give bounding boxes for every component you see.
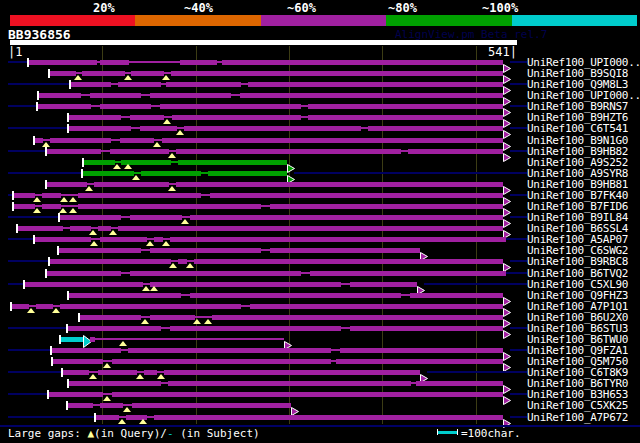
alignment-bar-segment[interactable] xyxy=(250,304,503,309)
alignment-bar-segment[interactable] xyxy=(112,359,331,364)
alignment-bar-segment[interactable] xyxy=(310,271,506,276)
alignment-bar-segment[interactable] xyxy=(350,282,417,287)
alignment-bar-segment[interactable] xyxy=(100,403,123,408)
alignment-bar-segment[interactable] xyxy=(130,215,182,220)
alignment-bar-segment[interactable] xyxy=(270,248,420,253)
alignment-bar-segment[interactable] xyxy=(190,293,401,298)
alignment-bar-segment[interactable] xyxy=(150,282,341,287)
alignment-bar-segment[interactable] xyxy=(336,359,503,364)
alignment-bar-segment[interactable] xyxy=(24,282,143,287)
alignment-bar-segment[interactable] xyxy=(118,82,161,87)
alignment-bar-segment[interactable] xyxy=(94,182,169,187)
alignment-bar-segment[interactable] xyxy=(180,60,217,65)
alignment-bar-segment[interactable] xyxy=(128,348,331,353)
alignment-bar-segment[interactable] xyxy=(68,293,181,298)
alignment-bar-segment[interactable] xyxy=(110,149,169,154)
alignment-bar-segment[interactable] xyxy=(98,370,137,375)
alignment-bar-segment[interactable] xyxy=(100,237,147,242)
alignment-bar-segment[interactable] xyxy=(51,348,121,353)
alignment-bar-segment[interactable] xyxy=(52,359,103,364)
alignment-bar-segment[interactable] xyxy=(416,381,503,386)
alignment-bar-segment[interactable] xyxy=(58,248,141,253)
alignment-bar-segment[interactable] xyxy=(70,82,111,87)
alignment-bar-segment[interactable] xyxy=(172,115,301,120)
alignment-bar-segment[interactable] xyxy=(68,126,131,131)
alignment-bar-segment[interactable] xyxy=(46,149,101,154)
alignment-bar-segment[interactable] xyxy=(83,160,115,165)
alignment-bar-segment[interactable] xyxy=(150,248,261,253)
alignment-bar-segment[interactable] xyxy=(176,149,401,154)
alignment-bar-segment[interactable] xyxy=(68,115,121,120)
alignment-bar-segment[interactable] xyxy=(144,370,157,375)
alignment-bar-segment[interactable] xyxy=(131,71,164,76)
alignment-bar-segment[interactable] xyxy=(68,381,161,386)
alignment-bar-segment[interactable] xyxy=(48,392,103,397)
alignment-bar-segment[interactable] xyxy=(190,215,503,220)
alignment-bar-segment[interactable] xyxy=(67,326,161,331)
alignment-bar[interactable] xyxy=(90,338,284,340)
hit-label[interactable]: UniRef100_C6T541 xyxy=(527,123,628,134)
alignment-bar-segment[interactable] xyxy=(170,237,506,242)
alignment-bar-segment[interactable] xyxy=(100,104,151,109)
alignment-bar-segment[interactable] xyxy=(150,93,231,98)
alignment-bar-segment[interactable] xyxy=(408,149,503,154)
alignment-bar-segment[interactable] xyxy=(90,337,95,342)
alignment-bar-segment[interactable] xyxy=(49,259,171,264)
alignment-bar-segment[interactable] xyxy=(350,326,503,331)
alignment-bar-segment[interactable] xyxy=(164,370,420,375)
alignment-bar-segment[interactable] xyxy=(184,126,361,131)
alignment-bar-segment[interactable] xyxy=(46,182,87,187)
alignment-bar-segment[interactable] xyxy=(95,415,119,420)
alignment-bar-segment[interactable] xyxy=(171,71,503,76)
alignment-bar-segment[interactable] xyxy=(100,60,129,65)
alignment-bar-segment[interactable] xyxy=(368,126,503,131)
alignment-bar-segment[interactable] xyxy=(17,226,63,231)
alignment-bar-segment[interactable] xyxy=(154,415,503,420)
alignment-bar-segment[interactable] xyxy=(150,315,195,320)
alignment-bar-segment[interactable] xyxy=(160,104,301,109)
alignment-bar-segment[interactable] xyxy=(178,160,287,165)
hit-label[interactable]: UniRef100_B9RBC8 xyxy=(527,256,628,267)
alignment-bar-segment[interactable] xyxy=(308,115,503,120)
alignment-bar-segment[interactable] xyxy=(340,348,503,353)
alignment-bar-segment[interactable] xyxy=(410,293,503,298)
alignment-bar-segment[interactable] xyxy=(141,171,201,176)
alignment-bar-segment[interactable] xyxy=(166,82,241,87)
hit-label[interactable]: UniRef100_C5XK25 xyxy=(527,400,628,411)
alignment-bar-segment[interactable] xyxy=(49,71,76,76)
alignment-bar-segment[interactable] xyxy=(270,204,503,209)
alignment-bar-segment[interactable] xyxy=(13,193,35,198)
alignment-bar-segment[interactable] xyxy=(37,104,91,109)
alignment-bar-segment[interactable] xyxy=(78,193,201,198)
alignment-bar-segment[interactable] xyxy=(90,93,141,98)
alignment-bar-segment[interactable] xyxy=(112,392,503,397)
alignment-bar-segment[interactable] xyxy=(60,304,241,309)
alignment-bar-segment[interactable] xyxy=(170,326,341,331)
alignment-bar-segment[interactable] xyxy=(130,115,164,120)
hit-label[interactable]: UniRef100_A7P672 xyxy=(527,412,628,423)
alignment-bar-segment[interactable] xyxy=(248,82,503,87)
alignment-bar-segment[interactable] xyxy=(13,204,35,209)
alignment-bar-segment[interactable] xyxy=(176,182,503,187)
alignment-bar-segment[interactable] xyxy=(42,193,61,198)
alignment-bar-segment[interactable] xyxy=(162,138,503,143)
alignment-bar-segment[interactable] xyxy=(222,60,503,65)
alignment-bar-segment[interactable] xyxy=(82,71,125,76)
alignment-bar-segment[interactable] xyxy=(208,171,287,176)
alignment-bar-segment[interactable] xyxy=(240,93,503,98)
alignment-bar-segment[interactable] xyxy=(34,237,91,242)
alignment-bar-segment[interactable] xyxy=(132,403,291,408)
alignment-bar-segment[interactable] xyxy=(120,138,154,143)
alignment-bar-segment[interactable] xyxy=(50,138,111,143)
alignment-bar-segment[interactable] xyxy=(82,171,134,176)
alignment-bar-segment[interactable] xyxy=(70,226,91,231)
alignment-bar-segment[interactable] xyxy=(38,93,81,98)
alignment-bar-segment[interactable] xyxy=(168,381,411,386)
alignment-bar-segment[interactable] xyxy=(79,315,141,320)
alignment-bar-segment[interactable] xyxy=(46,271,121,276)
alignment-bar-segment[interactable] xyxy=(60,337,83,342)
alignment-bar-segment[interactable] xyxy=(78,204,261,209)
alignment-bar-segment[interactable] xyxy=(67,403,93,408)
alignment-bar-segment[interactable] xyxy=(210,193,503,198)
alignment-bar-segment[interactable] xyxy=(118,226,503,231)
